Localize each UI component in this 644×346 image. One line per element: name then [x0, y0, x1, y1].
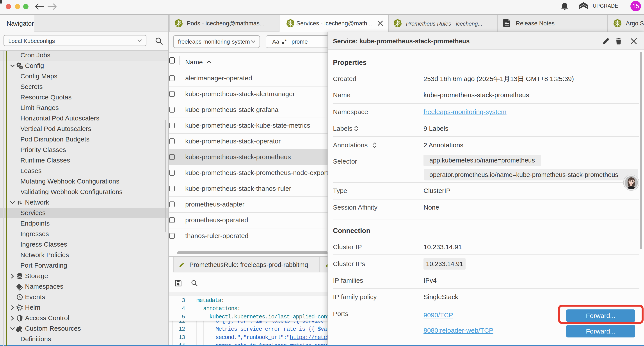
svg-text:HELM: HELM [17, 307, 22, 309]
svg-text:*: * [284, 38, 287, 45]
